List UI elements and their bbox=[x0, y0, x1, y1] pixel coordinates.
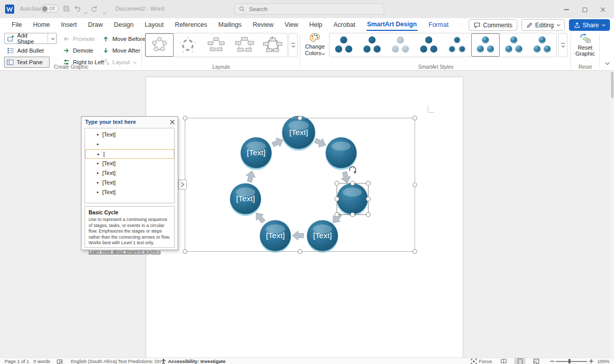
bullet-item-5[interactable]: [Text] bbox=[85, 168, 174, 178]
tab-mailings[interactable]: Mailings bbox=[213, 18, 247, 31]
tab-insert[interactable]: Insert bbox=[56, 18, 83, 31]
bullet-item-1[interactable]: [Text] bbox=[85, 130, 174, 140]
tab-references[interactable]: References bbox=[169, 18, 213, 31]
editing-label: Editing bbox=[535, 22, 554, 29]
save-icon[interactable] bbox=[63, 5, 70, 12]
move-after-button[interactable]: Move After bbox=[100, 45, 142, 56]
chevron-down-icon bbox=[557, 23, 560, 26]
style-cartoon-thumb[interactable] bbox=[528, 33, 556, 57]
word-window: AutoSave Off Document2 - Word File Home … bbox=[0, 0, 614, 364]
tab-acrobat[interactable]: Acrobat bbox=[328, 18, 361, 31]
style-shaded-thumb[interactable] bbox=[358, 33, 386, 57]
proofing-icon[interactable] bbox=[57, 358, 63, 364]
tab-help[interactable]: Help bbox=[304, 18, 328, 31]
tab-view[interactable]: View bbox=[279, 18, 304, 31]
style-polished-thumb-selected[interactable] bbox=[471, 33, 500, 57]
demote-button[interactable]: Demote bbox=[61, 45, 95, 56]
style-simple-fill-thumb[interactable] bbox=[330, 33, 358, 57]
bullet-item-6[interactable]: [Text] bbox=[85, 178, 174, 188]
bullet-item-3-active[interactable] bbox=[85, 149, 174, 159]
editing-button[interactable]: Editing bbox=[521, 19, 565, 31]
text-predictions-indicator[interactable]: Text Predictions: On bbox=[118, 358, 161, 364]
share-button[interactable]: Share bbox=[569, 19, 610, 31]
bullet-item-2[interactable] bbox=[85, 140, 174, 149]
language-indicator[interactable]: English (South Africa) bbox=[71, 358, 117, 364]
undo-dropdown-icon[interactable] bbox=[84, 7, 87, 16]
layouts-more-button[interactable] bbox=[289, 33, 298, 57]
ribbon-divider bbox=[300, 34, 300, 67]
tab-smartart-design[interactable]: SmartArt Design bbox=[361, 18, 423, 31]
tab-home[interactable]: Home bbox=[27, 18, 55, 31]
vertical-scrollbar[interactable] bbox=[610, 71, 614, 357]
zoom-slider-thumb[interactable] bbox=[568, 359, 570, 363]
layout-block-cycle-thumb[interactable] bbox=[202, 33, 230, 57]
tab-format[interactable]: Format bbox=[423, 18, 455, 31]
collapse-ribbon-icon[interactable] bbox=[603, 60, 611, 67]
add-shape-button[interactable]: Add Shape bbox=[4, 33, 57, 44]
scrollbar-thumb[interactable] bbox=[611, 72, 613, 98]
autosave-state: Off bbox=[49, 6, 55, 11]
zoom-slider-track[interactable] bbox=[556, 361, 587, 362]
style-moderate-effect-thumb[interactable] bbox=[415, 33, 443, 57]
zoom-out-icon[interactable] bbox=[550, 358, 555, 364]
move-before-arrow-icon bbox=[102, 35, 110, 43]
group-label-reset: Reset bbox=[572, 64, 598, 70]
tab-review[interactable]: Review bbox=[247, 18, 279, 31]
search-input[interactable] bbox=[248, 6, 359, 13]
smartart-text-pane[interactable]: Type your text here [Text] [Text] [Text]… bbox=[81, 116, 178, 250]
group-reset: Reset Graphic Reset bbox=[572, 31, 598, 71]
change-colors-label-line1: Change bbox=[305, 43, 325, 50]
add-shape-dropdown[interactable] bbox=[48, 33, 56, 43]
page-indicator[interactable]: Page 1 of 1 bbox=[5, 358, 29, 364]
styles-more-button[interactable] bbox=[558, 33, 567, 57]
text-pane-bullet-list[interactable]: [Text] [Text] [Text] [Text] [Text] bbox=[85, 128, 175, 203]
reset-graphic-button[interactable]: Reset Graphic bbox=[573, 32, 597, 64]
bullet-item-7[interactable]: [Text] bbox=[85, 188, 174, 197]
accessibility-status[interactable]: Accessibility: Investigate bbox=[168, 358, 226, 364]
web-layout-icon[interactable] bbox=[530, 358, 542, 364]
promote-button[interactable]: Promote bbox=[61, 33, 96, 44]
print-layout-icon[interactable] bbox=[514, 358, 525, 364]
title-bar: AutoSave Off Document2 - Word bbox=[0, 0, 614, 18]
demote-label: Demote bbox=[73, 48, 93, 54]
change-colors-button[interactable]: Change Colors bbox=[302, 32, 328, 64]
layout-continuous-cycle-thumb[interactable] bbox=[259, 33, 287, 57]
zoom-in-icon[interactable] bbox=[589, 358, 594, 364]
word-count[interactable]: 0 words bbox=[33, 358, 50, 364]
close-icon[interactable] bbox=[600, 7, 606, 13]
layout-description: Use to represent a continuing sequence o… bbox=[89, 217, 171, 246]
search-box[interactable] bbox=[234, 4, 384, 15]
autosave-toggle[interactable]: Off bbox=[40, 5, 59, 13]
style-intense-effect-thumb[interactable] bbox=[443, 33, 471, 57]
word-logo-icon[interactable] bbox=[5, 5, 14, 14]
tab-design[interactable]: Design bbox=[108, 18, 139, 31]
promote-arrow-icon bbox=[62, 35, 70, 43]
tab-draw[interactable]: Draw bbox=[83, 18, 108, 31]
search-icon bbox=[239, 6, 245, 12]
tab-layout[interactable]: Layout bbox=[139, 18, 170, 31]
layout-nondirectional-cycle-thumb[interactable] bbox=[230, 33, 259, 57]
comments-label: Comments bbox=[483, 22, 512, 29]
zoom-level[interactable]: 100% bbox=[597, 358, 609, 364]
redo-icon[interactable] bbox=[90, 5, 98, 12]
focus-button[interactable]: Focus bbox=[479, 358, 492, 364]
add-bullet-button[interactable]: Add Bullet bbox=[5, 45, 45, 56]
read-mode-icon[interactable] bbox=[498, 358, 509, 364]
text-pane-close-icon[interactable] bbox=[169, 119, 175, 125]
tab-file[interactable]: File bbox=[6, 18, 27, 31]
style-subtle-effect-thumb[interactable] bbox=[386, 33, 415, 57]
restore-icon[interactable] bbox=[582, 7, 588, 13]
layout-basic-cycle-thumb[interactable] bbox=[145, 33, 174, 57]
move-before-button[interactable]: Move Before bbox=[100, 33, 147, 44]
move-before-label: Move Before bbox=[112, 36, 145, 42]
layout-text-cycle-thumb[interactable] bbox=[174, 33, 202, 57]
group-layouts: Layouts bbox=[143, 31, 300, 71]
undo-icon[interactable] bbox=[74, 5, 81, 12]
minimize-icon[interactable] bbox=[563, 7, 569, 13]
learn-more-link[interactable]: Learn more about SmartArt graphics bbox=[89, 249, 160, 254]
style-inset-thumb[interactable] bbox=[500, 33, 528, 57]
document-page[interactable] bbox=[146, 77, 463, 357]
toolbar-options-icon[interactable] bbox=[102, 7, 106, 16]
comments-button[interactable]: Comments bbox=[469, 19, 517, 31]
bullet-item-4[interactable]: [Text] bbox=[85, 159, 174, 168]
